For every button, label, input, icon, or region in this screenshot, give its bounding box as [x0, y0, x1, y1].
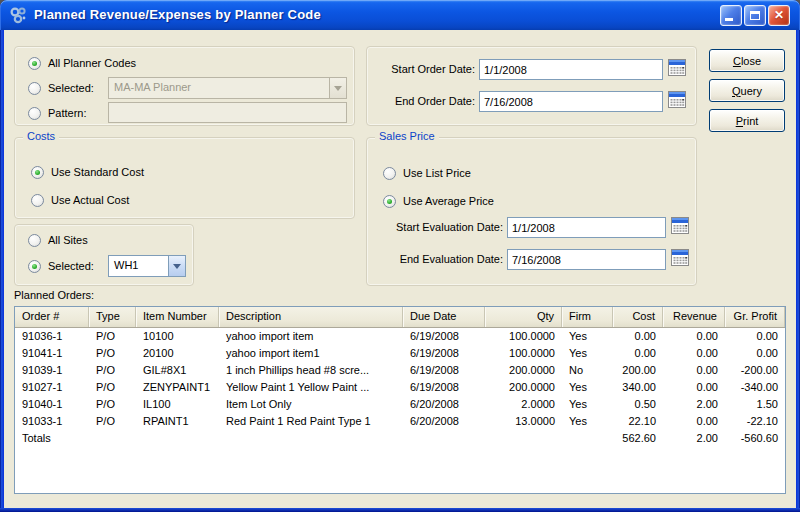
cell: Yellow Paint 1 Yellow Paint ...	[219, 379, 403, 396]
radio-pattern-planner[interactable]: Pattern:	[28, 105, 87, 121]
calendar-icon[interactable]	[668, 59, 686, 76]
close-button[interactable]: Close	[709, 49, 785, 72]
calendar-icon[interactable]	[668, 91, 686, 108]
column-header[interactable]: Type	[89, 307, 136, 327]
column-header[interactable]: Qty	[485, 307, 562, 327]
calendar-icon[interactable]	[671, 217, 689, 234]
radio-icon[interactable]	[28, 107, 41, 120]
end-order-date-input[interactable]	[479, 91, 663, 112]
radio-icon[interactable]	[28, 57, 41, 70]
start-evaluation-date-input[interactable]	[507, 217, 666, 238]
cell: 91040-1	[15, 396, 89, 413]
cell: 562.60	[613, 430, 663, 447]
cell: Red Paint 1 Red Paint Type 1	[219, 413, 403, 430]
chevron-down-icon[interactable]	[168, 256, 185, 276]
dialog-window: Planned Revenue/Expenses by Planner Code…	[0, 0, 800, 512]
cell: 22.10	[613, 413, 663, 430]
column-header[interactable]: Gr. Profit	[725, 307, 785, 327]
chevron-down-icon[interactable]	[329, 78, 346, 98]
column-header[interactable]: Description	[219, 307, 403, 327]
start-order-date-input[interactable]	[479, 59, 663, 80]
cell: 6/19/2008	[403, 345, 485, 362]
order-dates-panel: Start Order Date: End Order Date:	[366, 46, 697, 126]
cell: Totals	[15, 430, 89, 447]
radio-icon[interactable]	[31, 194, 44, 207]
radio-icon[interactable]	[383, 195, 396, 208]
cell: 6/19/2008	[403, 362, 485, 379]
app-icon	[9, 6, 28, 25]
radio-icon[interactable]	[383, 167, 396, 180]
radio-icon[interactable]	[28, 234, 41, 247]
radio-icon[interactable]	[28, 82, 41, 95]
cell: 0.00	[663, 345, 725, 362]
print-button[interactable]: Print	[709, 109, 785, 132]
cell: 2.00	[663, 396, 725, 413]
cell: P/O	[89, 379, 136, 396]
use-average-price-label: Use Average Price	[403, 195, 494, 207]
cell: 6/19/2008	[403, 328, 485, 345]
cell: 2.0000	[485, 396, 562, 413]
minimize-icon	[725, 18, 733, 21]
window-border-bottom	[0, 508, 800, 512]
table-row[interactable]: 91041-1P/O20100yahoo import item16/19/20…	[15, 345, 785, 362]
selected-site-label: Selected:	[48, 260, 94, 272]
planner-select-value: MA-MA Planner	[109, 78, 329, 98]
all-planner-codes-label: All Planner Codes	[48, 57, 136, 69]
cell: 0.00	[725, 328, 785, 345]
calendar-icon[interactable]	[671, 249, 689, 266]
totals-row[interactable]: Totals562.602.00-560.60	[15, 430, 785, 447]
radio-use-average-price[interactable]: Use Average Price	[383, 193, 494, 209]
planner-select[interactable]: MA-MA Planner	[108, 77, 347, 99]
column-header[interactable]: Item Number	[136, 307, 219, 327]
radio-use-list-price[interactable]: Use List Price	[383, 165, 471, 181]
table-row[interactable]: 91036-1P/O10100yahoo import item6/19/200…	[15, 328, 785, 345]
table-row[interactable]: 91040-1P/OIL100Item Lot Only6/20/20082.0…	[15, 396, 785, 413]
cell: 0.00	[663, 328, 725, 345]
site-select[interactable]: WH1	[108, 255, 186, 277]
pattern-input[interactable]	[108, 102, 347, 123]
column-header[interactable]: Cost	[613, 307, 663, 327]
end-evaluation-date-input[interactable]	[507, 249, 666, 270]
cell: 13.0000	[485, 413, 562, 430]
cell: yahoo import item	[219, 328, 403, 345]
minimize-button[interactable]	[720, 5, 742, 26]
cell: P/O	[89, 396, 136, 413]
cell: 0.00	[663, 362, 725, 379]
column-header[interactable]: Due Date	[403, 307, 485, 327]
table-row[interactable]: 91039-1P/OGIL#8X11 inch Phillips head #8…	[15, 362, 785, 379]
close-window-button[interactable]: ✕	[768, 5, 790, 26]
column-header[interactable]: Revenue	[663, 307, 725, 327]
planned-orders-table[interactable]: Order #TypeItem NumberDescriptionDue Dat…	[14, 306, 786, 494]
cell: Yes	[562, 328, 613, 345]
sales-price-panel-title: Sales Price	[375, 130, 439, 142]
cell: 200.0000	[485, 379, 562, 396]
cell: 1 inch Phillips head #8 scre...	[219, 362, 403, 379]
start-evaluation-date-label: Start Evaluation Date:	[373, 221, 503, 233]
costs-panel-title: Costs	[23, 130, 59, 142]
radio-use-standard-cost[interactable]: Use Standard Cost	[31, 164, 144, 180]
cell: 100.0000	[485, 328, 562, 345]
table-row[interactable]: 91033-1P/ORPAINT1Red Paint 1 Red Paint T…	[15, 413, 785, 430]
cell: 0.50	[613, 396, 663, 413]
title-bar[interactable]: Planned Revenue/Expenses by Planner Code…	[0, 0, 800, 30]
planner-codes-panel: All Planner Codes Selected: MA-MA Planne…	[14, 46, 355, 126]
radio-selected-site[interactable]: Selected:	[28, 258, 94, 274]
radio-use-actual-cost[interactable]: Use Actual Cost	[31, 192, 129, 208]
maximize-button[interactable]	[744, 5, 766, 26]
cell: RPAINT1	[136, 413, 219, 430]
cell: 340.00	[613, 379, 663, 396]
cell: Yes	[562, 396, 613, 413]
radio-all-sites[interactable]: All Sites	[28, 232, 88, 248]
cell: -560.60	[725, 430, 785, 447]
radio-icon[interactable]	[28, 260, 41, 273]
column-header[interactable]: Firm	[562, 307, 613, 327]
column-header[interactable]: Order #	[15, 307, 89, 327]
radio-selected-planner[interactable]: Selected:	[28, 80, 94, 96]
radio-all-planner-codes[interactable]: All Planner Codes	[28, 55, 136, 71]
radio-icon[interactable]	[31, 166, 44, 179]
sites-panel: All Sites Selected: WH1	[14, 224, 194, 286]
cell: Item Lot Only	[219, 396, 403, 413]
cell: 20100	[136, 345, 219, 362]
query-button[interactable]: Query	[709, 79, 785, 102]
table-row[interactable]: 91027-1P/OZENYPAINT1Yellow Paint 1 Yello…	[15, 379, 785, 396]
